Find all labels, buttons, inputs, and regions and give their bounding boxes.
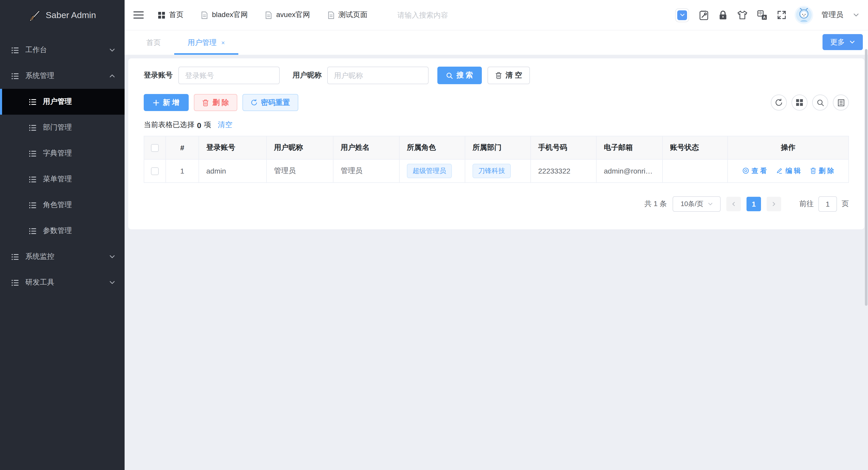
tab-label: 用户管理 [188, 38, 217, 47]
reset-password-button[interactable]: 密码重置 [243, 94, 298, 111]
sidebar-item-role-mgmt[interactable]: 角色管理 [0, 192, 125, 218]
cell-index: 1 [166, 159, 199, 182]
tabs-more-label: 更多 [830, 37, 845, 47]
list-icon [11, 72, 19, 80]
sidebar-item-label: 部门管理 [43, 123, 72, 132]
sidebar-item-label: 角色管理 [43, 200, 72, 210]
current-page-button[interactable]: 1 [746, 197, 761, 211]
sidebar-item-system-monitor[interactable]: 系统监控 [0, 244, 125, 270]
trash-icon [810, 168, 816, 174]
app-logo[interactable]: Saber Admin [0, 0, 125, 31]
chevron-down-icon [849, 39, 855, 45]
sidebar-item-param-mgmt[interactable]: 参数管理 [0, 218, 125, 244]
grid-view-button[interactable] [792, 95, 807, 110]
view-label: 查 看 [751, 166, 767, 176]
sidebar-item-dept-mgmt[interactable]: 部门管理 [0, 115, 125, 140]
sidebar-item-dict-mgmt[interactable]: 字典管理 [0, 140, 125, 166]
top-menu: 首页 bladex官网 avuex官网 测试页面 [158, 10, 367, 20]
sidebar-menu: 工作台 系统管理 用户管理 部门管理 [0, 31, 125, 295]
cell-email: admin@ronris... [596, 159, 662, 182]
list-icon [11, 279, 19, 287]
table-header-row: # 登录账号 用户昵称 用户姓名 所属角色 所属部门 手机号码 电子邮箱 账号状… [144, 136, 848, 159]
tabs-more-button[interactable]: 更多 [823, 34, 863, 50]
role-tag[interactable]: 超级管理员 [407, 164, 452, 178]
top-menu-home[interactable]: 首页 [158, 10, 184, 20]
column-settings-button[interactable] [833, 95, 849, 110]
sidebar-item-menu-mgmt[interactable]: 菜单管理 [0, 166, 125, 192]
document-icon [266, 11, 272, 19]
tab-home[interactable]: 首页 [133, 31, 174, 55]
list-icon [29, 124, 37, 131]
page-size-select[interactable]: 10条/页 [673, 196, 721, 212]
sidebar-item-label: 菜单管理 [43, 175, 72, 184]
cell-account: admin [199, 159, 267, 182]
sidebar-item-workbench[interactable]: 工作台 [0, 37, 125, 63]
top-menu-test-page[interactable]: 测试页面 [328, 10, 367, 20]
search-icon [446, 72, 453, 79]
add-button[interactable]: 新 增 [144, 94, 189, 111]
vertical-scrollbar[interactable] [865, 49, 867, 306]
col-phone: 手机号码 [531, 136, 596, 159]
sidebar-item-label: 字典管理 [43, 149, 72, 158]
tab-user-mgmt[interactable]: 用户管理 × [174, 31, 238, 55]
toolbar-row: 新 增 删 除 密码重置 [144, 94, 849, 111]
clear-button-label: 清 空 [505, 71, 522, 80]
next-page-button[interactable] [767, 197, 781, 211]
lock-icon[interactable] [719, 10, 727, 20]
prev-page-button[interactable] [726, 197, 741, 211]
selection-clear-link[interactable]: 清空 [218, 120, 232, 130]
delete-button[interactable]: 删 除 [194, 94, 237, 111]
select-all-checkbox[interactable] [151, 144, 159, 152]
goto-label: 前往 [799, 199, 814, 209]
sidebar-item-dev-tools[interactable]: 研发工具 [0, 270, 125, 295]
col-nickname: 用户昵称 [267, 136, 333, 159]
delete-link[interactable]: 删 除 [810, 166, 834, 176]
sidebar-item-system-mgmt[interactable]: 系统管理 [0, 63, 125, 89]
global-search-input[interactable] [397, 11, 501, 19]
cell-realname: 管理员 [333, 159, 399, 182]
clear-button[interactable]: 清 空 [488, 67, 530, 84]
chevron-down-icon [109, 254, 115, 260]
search-button[interactable]: 搜 索 [437, 67, 482, 84]
fullscreen-icon[interactable] [777, 10, 786, 20]
list-icon [29, 227, 37, 235]
sidebar-item-user-mgmt[interactable]: 用户管理 [0, 89, 125, 115]
top-menu-toggle-button[interactable] [675, 8, 689, 22]
nickname-input[interactable] [327, 67, 429, 84]
goto-page-input[interactable] [818, 196, 837, 212]
tab-close-icon[interactable]: × [221, 39, 225, 46]
view-icon [742, 168, 749, 174]
delete-label: 删 除 [818, 166, 834, 176]
account-input[interactable] [178, 67, 280, 84]
trash-icon [495, 72, 502, 79]
user-avatar[interactable] [796, 7, 812, 23]
document-icon [328, 11, 334, 19]
edit-pencil-icon [776, 168, 783, 174]
list-icon [11, 253, 19, 261]
refresh-table-button[interactable] [771, 95, 787, 110]
debug-tools-icon[interactable] [699, 10, 709, 20]
translate-icon[interactable]: 中 A [757, 10, 767, 20]
dept-tag[interactable]: 刀锋科技 [472, 164, 511, 178]
cell-phone: 22233322 [531, 159, 596, 182]
view-link[interactable]: 查 看 [742, 166, 767, 176]
selection-text-before: 当前表格已选择 [144, 120, 194, 130]
top-menu-bladex[interactable]: bladex官网 [201, 10, 248, 20]
collapse-sidebar-button[interactable] [133, 9, 144, 21]
list-icon [11, 46, 19, 54]
row-checkbox[interactable] [151, 168, 159, 175]
chevron-up-icon [109, 73, 115, 79]
theme-shirt-icon[interactable] [737, 10, 748, 20]
edit-link[interactable]: 编 辑 [776, 166, 801, 176]
top-menu-avuex[interactable]: avuex官网 [266, 10, 310, 20]
top-menu-label: bladex官网 [212, 10, 248, 20]
search-toggle-button[interactable] [812, 95, 828, 110]
col-account: 登录账号 [199, 136, 267, 159]
username-label[interactable]: 管理员 [822, 10, 843, 20]
sidebar-item-label: 参数管理 [43, 226, 72, 236]
reset-password-label: 密码重置 [261, 98, 290, 107]
user-menu-chevron-icon[interactable] [853, 12, 859, 18]
header-actions: 中 A [675, 7, 859, 23]
table-row: 1 admin 管理员 管理员 超级管理员 刀锋科技 22233322 admi… [144, 159, 848, 182]
sidebar-item-label: 工作台 [25, 45, 47, 55]
